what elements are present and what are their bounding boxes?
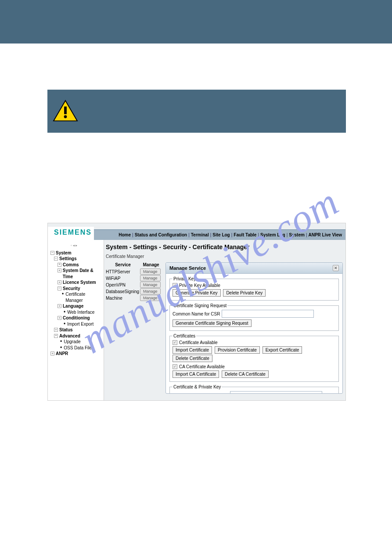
- cert-pk-group: Certificate & Private Key Password for P…: [169, 385, 339, 393]
- bullet-icon: •: [64, 321, 65, 326]
- tree-impexp[interactable]: Import Export: [67, 321, 94, 327]
- page-title: System - Settings - Security - Certifica…: [106, 243, 343, 250]
- nav-home[interactable]: Home: [119, 232, 131, 237]
- csr-cn-input[interactable]: [222, 310, 314, 318]
- plus-icon[interactable]: +: [58, 280, 61, 284]
- col-manage: Manage: [140, 262, 162, 267]
- certs-legend: Certificates: [173, 334, 196, 338]
- tree-security[interactable]: Security: [63, 286, 80, 292]
- plus-icon[interactable]: +: [58, 268, 61, 272]
- tree-sysdate[interactable]: System Date & Time: [63, 268, 104, 279]
- pk-legend: Private Key: [173, 276, 197, 281]
- page-header-banner: [0, 0, 392, 44]
- bullet-icon: •: [60, 345, 62, 350]
- tree-language[interactable]: Language: [63, 303, 83, 309]
- import-cert-button[interactable]: Import Certificate: [173, 346, 212, 354]
- brand-logo: SIEMENS: [48, 227, 94, 240]
- warning-text: [83, 90, 346, 133]
- tree-webif[interactable]: Web Interface: [67, 309, 94, 316]
- dialog-body: Private Key ✓Private Key Available Gener…: [166, 274, 342, 393]
- tree-anpr[interactable]: ANPR: [56, 351, 68, 357]
- plus-icon[interactable]: +: [58, 316, 61, 320]
- tree-system[interactable]: System: [56, 250, 72, 256]
- dialog-title: Manage Service: [169, 265, 206, 271]
- tree-certmgr[interactable]: Certificate Manager: [65, 291, 104, 303]
- provision-cert-button[interactable]: Provision Certificate: [215, 346, 260, 354]
- checkbox-icon[interactable]: ✓: [173, 283, 177, 288]
- plus-icon[interactable]: +: [54, 328, 58, 332]
- csr-legend: Certificate Signing Request: [173, 303, 227, 308]
- pkcs12-pwd-input[interactable]: [230, 391, 322, 393]
- minus-icon[interactable]: −: [54, 257, 58, 261]
- embedded-ui-screenshot: SIEMENS Home| Status and Configuration| …: [47, 223, 346, 401]
- bullet-icon: •: [62, 291, 64, 297]
- manage-button[interactable]: Manage: [140, 268, 161, 275]
- tree-licence[interactable]: Licence System: [63, 279, 96, 286]
- tree-conditioning[interactable]: Conditioning: [63, 315, 90, 321]
- private-key-group: Private Key ✓Private Key Available Gener…: [169, 276, 339, 301]
- services-table: Service Manage HTTPServerManage WiFiAPMa…: [106, 262, 162, 301]
- pk-available-label: Private Key Available: [179, 283, 220, 288]
- svg-point-2: [64, 115, 67, 118]
- plus-icon[interactable]: +: [50, 352, 54, 355]
- nav-status-config[interactable]: Status and Configuration: [135, 232, 187, 237]
- cert-available-label: Certificate Available: [179, 340, 218, 345]
- col-service: Service: [106, 262, 140, 267]
- plus-icon[interactable]: +: [58, 263, 61, 267]
- nav-system-log[interactable]: System Log: [260, 232, 285, 237]
- dialog-header: Manage Service ✕: [166, 263, 342, 274]
- warning-callout: [47, 90, 346, 133]
- manage-button[interactable]: Manage: [140, 275, 161, 281]
- delete-cert-button[interactable]: Delete Certificate: [173, 355, 212, 362]
- minus-icon[interactable]: −: [58, 287, 61, 290]
- ca-cert-available-label: CA Certificate Available: [179, 364, 225, 369]
- delete-private-key-button[interactable]: Delete Private Key: [223, 289, 266, 297]
- nav-anpr-live[interactable]: ANPR Live View: [308, 232, 342, 237]
- nav-fault-table[interactable]: Fault Table: [234, 232, 256, 237]
- delete-ca-cert-button[interactable]: Delete CA Certificate: [222, 370, 269, 378]
- tree-toolbar: ▫ ◂ ▸: [49, 243, 104, 250]
- close-icon[interactable]: ✕: [333, 265, 339, 271]
- tree-comms[interactable]: Comms: [63, 262, 79, 268]
- checkbox-icon[interactable]: ✓: [173, 364, 177, 369]
- ui-header: SIEMENS Home| Status and Configuration| …: [48, 223, 345, 240]
- tree-status[interactable]: Status: [59, 327, 73, 333]
- page-subtitle: Certificate Manager: [106, 254, 343, 259]
- nav-terminal[interactable]: Terminal: [191, 232, 209, 237]
- manage-button[interactable]: Manage: [140, 295, 161, 301]
- manage-service-dialog: Manage Service ✕ Private Key ✓Private Ke…: [165, 262, 343, 394]
- generate-csr-button[interactable]: Generate Certificate Signing Request: [173, 319, 252, 327]
- plus-icon[interactable]: +: [54, 334, 58, 338]
- plus-icon[interactable]: +: [58, 304, 61, 308]
- main-panel: System - Settings - Security - Certifica…: [104, 240, 345, 400]
- bullet-icon: •: [60, 339, 62, 344]
- warning-icon-cell: [47, 90, 83, 133]
- export-cert-button[interactable]: Export Certificate: [263, 346, 302, 354]
- generate-private-key-button[interactable]: Generate Private Key: [173, 289, 221, 297]
- manage-button[interactable]: Manage: [140, 282, 161, 288]
- tree-advanced[interactable]: Advanced: [59, 333, 80, 339]
- cpk-legend: Certificate & Private Key: [173, 385, 222, 389]
- pkcs12-pwd-label: Password for PKCS #12 File: [173, 393, 228, 394]
- nav-system[interactable]: System: [289, 232, 305, 237]
- svg-rect-1: [64, 106, 67, 114]
- tree-oss[interactable]: OSS Data Files: [64, 345, 94, 351]
- svc-name: HTTPServer: [106, 269, 140, 274]
- csr-cn-label: Common Name for CSR: [173, 312, 220, 316]
- tree-upgrade[interactable]: Upgrade: [64, 339, 80, 345]
- csr-group: Certificate Signing Request Common Name …: [169, 303, 339, 331]
- import-ca-cert-button[interactable]: Import CA Certificate: [173, 370, 219, 378]
- bullet-icon: •: [64, 309, 65, 315]
- nav-site-log[interactable]: Site Log: [212, 232, 230, 237]
- checkbox-icon[interactable]: ✓: [173, 340, 177, 345]
- svc-name: WiFiAP: [106, 276, 140, 281]
- manage-button[interactable]: Manage: [140, 288, 161, 294]
- svc-name: OpenVPN: [106, 283, 140, 287]
- warning-icon: [53, 100, 78, 123]
- svc-name: Machine: [106, 296, 140, 301]
- tree-settings[interactable]: Settings: [59, 256, 76, 262]
- top-nav: Home| Status and Configuration| Terminal…: [94, 229, 345, 240]
- certificates-group: Certificates ✓Certificate Available Impo…: [169, 334, 339, 382]
- minus-icon[interactable]: −: [50, 251, 54, 255]
- nav-tree: ▫ ◂ ▸ −System −Settings +Comms +System D…: [48, 240, 104, 400]
